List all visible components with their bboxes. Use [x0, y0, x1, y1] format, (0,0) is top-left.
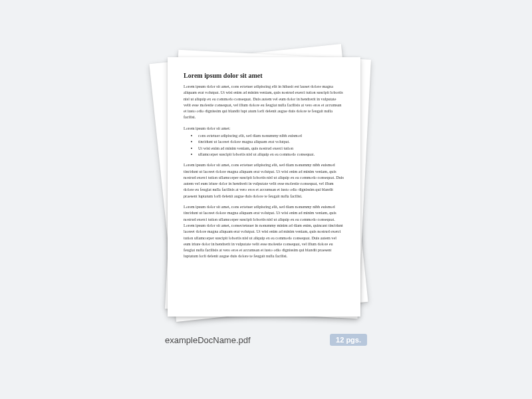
page-front[interactable]: Lorem ipsum dolor sit amet Lorem ipsum d… [168, 57, 360, 317]
document-paragraph-3: Lorem ipsum dolor sit amet, cons ectetue… [184, 203, 344, 259]
document-paragraph-1: Lorem ipsum dolor sit amet, cons ectetue… [184, 83, 344, 120]
page-count-badge: 12 pgs. [330, 334, 367, 346]
document-title: Lorem ipsum dolor sit amet [184, 72, 344, 79]
document-paragraph-2: Lorem ipsum dolor sit amet, cons ectetue… [184, 162, 344, 199]
list-item: Ut wisi enim ad minim veniam, quis nostr… [198, 145, 344, 151]
document-bullet-list: cons ectetuer adipiscing elit, sed diam … [184, 132, 344, 157]
list-item: cons ectetuer adipiscing elit, sed diam … [198, 132, 344, 138]
document-preview: Lorem ipsum dolor sit amet Lorem ipsum d… [160, 53, 372, 346]
document-list-intro: Lorem ipsum dolor sit amet: [184, 125, 344, 131]
list-item: tincidunt ut laoreet dolore magna aliqua… [198, 138, 344, 144]
list-item: ullamcorper suscipit lobortis nisl ut al… [198, 151, 344, 157]
page-stack: Lorem ipsum dolor sit amet Lorem ipsum d… [166, 53, 366, 319]
document-filename: exampleDocName.pdf [165, 335, 251, 345]
document-meta-row: exampleDocName.pdf 12 pgs. [160, 334, 372, 346]
